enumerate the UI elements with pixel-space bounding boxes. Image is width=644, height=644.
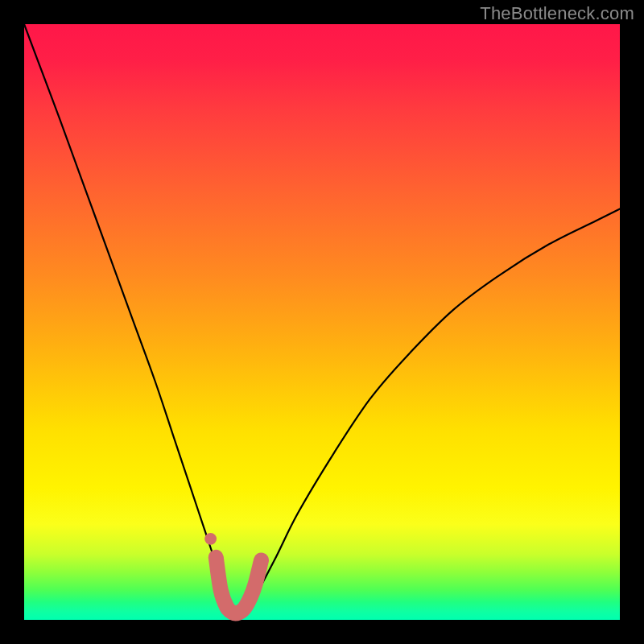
- watermark-text: TheBottleneck.com: [480, 3, 634, 24]
- bottleneck-curve-line: [24, 24, 620, 613]
- plot-area: [24, 24, 620, 620]
- minimum-marker-dot: [204, 533, 217, 545]
- curve-svg: [24, 24, 620, 620]
- minimum-marker-u: [216, 557, 261, 613]
- chart-outer-frame: TheBottleneck.com: [0, 0, 644, 644]
